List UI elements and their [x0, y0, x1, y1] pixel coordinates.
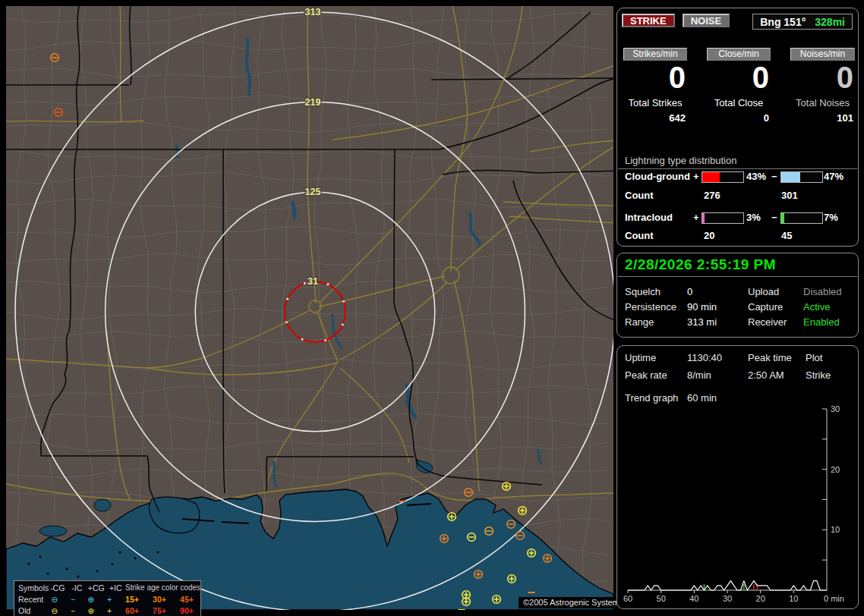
minus-cg-icon: ⊖	[46, 606, 64, 615]
legend-col-neg-cg: -CG	[48, 583, 68, 592]
strikes-per-min-button[interactable]: Strikes/min	[623, 48, 687, 61]
age-15: 15+	[118, 595, 146, 604]
plot-label: Plot	[806, 352, 822, 363]
cg-minus-pct: 47%	[824, 171, 844, 182]
datetime-display: 2/28/2026 2:55:19 PM	[625, 256, 776, 273]
plot-value: Strike	[806, 369, 831, 381]
map-canvas[interactable]: 31321912531	[6, 6, 613, 610]
peak-rate-value: 8/min	[687, 369, 711, 381]
noises-column: Noises/min 0 Total Noises 101	[790, 48, 855, 124]
cloud-ground-count-row: Count 276 301	[617, 190, 858, 201]
svg-text:40: 40	[689, 594, 698, 603]
cg-minus-count: 301	[781, 190, 798, 201]
legend-old-row: Old ⊖ − ⊕ + 60+ 75+ 90+	[14, 605, 200, 616]
plus-sign: +	[693, 212, 699, 223]
cloud-ground-label: Cloud-ground	[625, 171, 690, 182]
strike-button[interactable]: STRIKE	[622, 14, 675, 27]
svg-text:60: 60	[623, 594, 632, 603]
age-60: 60+	[118, 606, 146, 615]
ic-minus-pct: 7%	[824, 212, 838, 223]
copyright-label: ©2005 Astrogenic Systems	[519, 597, 628, 608]
uptime-value: 1130:40	[687, 352, 722, 363]
plus-cg-icon: ⊕	[82, 595, 100, 604]
svg-text:30: 30	[723, 594, 732, 603]
legend-age-title: Strike age color codes	[125, 583, 200, 592]
svg-text:10: 10	[789, 594, 798, 603]
trend-graph: 1020306050403020100 min	[617, 404, 858, 607]
cg-plus-count: 276	[704, 190, 721, 201]
stats-panel: Uptime 1130:40 Peak time Plot Peak rate …	[616, 345, 859, 609]
legend-header-row: Symbols -CG -IC +CG +IC Strike age color…	[14, 582, 200, 593]
age-45: 45+	[173, 595, 200, 604]
svg-text:30: 30	[831, 404, 840, 413]
minus-ic-icon: −	[64, 595, 82, 604]
close-per-min-button[interactable]: Close/min	[707, 48, 771, 61]
count-label: Count	[625, 190, 654, 201]
svg-text:313: 313	[305, 7, 321, 17]
receiver-status: Enabled	[803, 316, 840, 328]
counters-panel: STRIKE NOISE Bng 151° 328mi Strikes/min …	[616, 8, 859, 247]
plus-sign: +	[693, 171, 699, 182]
minus-ic-icon: −	[64, 606, 82, 615]
upload-label: Upload	[748, 286, 779, 297]
peak-time-label: Peak time	[748, 352, 792, 363]
cg-plus-pct: 43%	[746, 171, 766, 182]
peak-time-value: 2:50 AM	[748, 369, 784, 381]
total-close-label: Total Close	[707, 97, 771, 108]
ic-minus-bar	[780, 212, 823, 224]
strikes-column: Strikes/min 0 Total Strikes 642	[623, 48, 687, 124]
upload-status: Disabled	[803, 286, 842, 297]
clock-divider	[618, 276, 857, 277]
legend-col-pos-cg: +CG	[87, 583, 106, 592]
minus-sign: −	[771, 212, 777, 223]
legend-recent-row: Recent ⊖ − ⊕ + 15+ 30+ 45+	[14, 593, 200, 605]
legend-col-neg-ic: -IC	[68, 583, 87, 592]
trend-window-value: 60 min	[687, 392, 717, 404]
plus-ic-icon: +	[100, 606, 118, 615]
svg-text:50: 50	[657, 594, 666, 603]
noise-button[interactable]: NOISE	[683, 14, 730, 27]
cloud-ground-row: Cloud-ground + 43% − 47%	[617, 171, 858, 182]
plus-ic-icon: +	[100, 595, 118, 604]
squelch-value: 0	[687, 286, 692, 297]
bearing-label: Bng 151°	[760, 16, 806, 28]
squelch-label: Squelch	[625, 286, 661, 297]
distribution-divider	[618, 168, 857, 169]
total-strikes-value: 642	[623, 112, 687, 124]
ic-plus-count: 20	[704, 230, 714, 241]
ic-plus-pct: 3%	[746, 212, 761, 223]
svg-text:125: 125	[305, 187, 321, 197]
age-30: 30+	[146, 595, 173, 604]
total-close-value: 0	[707, 112, 771, 124]
persistence-value: 90 min	[687, 301, 717, 313]
bearing-distance: 328mi	[815, 16, 845, 28]
capture-label: Capture	[748, 301, 783, 313]
svg-text:31: 31	[307, 276, 318, 287]
clock-panel: 2/28/2026 2:55:19 PM Squelch 0 Persisten…	[616, 253, 859, 338]
intracloud-row: Intracloud + 3% − 7%	[617, 212, 858, 223]
age-75: 75+	[146, 606, 173, 615]
distribution-title: Lightning type distribution	[625, 155, 736, 166]
noises-rate: 0	[790, 61, 855, 94]
age-90: 90+	[173, 606, 200, 615]
capture-status: Active	[803, 301, 830, 313]
strikes-rate: 0	[623, 61, 687, 94]
ic-minus-count: 45	[781, 230, 792, 241]
total-noises-value: 101	[790, 112, 855, 124]
range-value: 313 mi	[687, 316, 717, 328]
minus-sign: −	[771, 171, 777, 182]
map-legend: Symbols -CG -IC +CG +IC Strike age color…	[14, 580, 201, 616]
count-label: Count	[625, 230, 654, 241]
peak-rate-label: Peak rate	[625, 369, 667, 381]
close-rate: 0	[707, 61, 771, 94]
total-strikes-label: Total Strikes	[623, 97, 687, 108]
cg-minus-bar	[780, 171, 823, 183]
svg-text:20: 20	[831, 465, 840, 474]
legend-recent-label: Recent	[14, 595, 46, 604]
lightning-map[interactable]: 31321912531 Symbols -CG -IC +CG +IC Stri…	[6, 6, 613, 610]
uptime-label: Uptime	[625, 352, 656, 363]
legend-old-label: Old	[14, 606, 46, 615]
noises-per-min-button[interactable]: Noises/min	[790, 48, 855, 61]
bearing-display: Bng 151° 328mi	[752, 14, 853, 30]
cg-plus-bar	[702, 171, 744, 183]
